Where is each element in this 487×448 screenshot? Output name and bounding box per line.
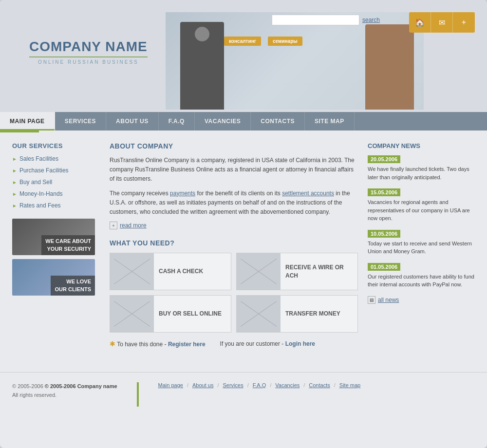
read-more-row: + read more xyxy=(110,222,358,229)
what-you-need-section: WHAT YOU NEED? CASH A CHECK RECEIVE A WI… xyxy=(110,239,358,348)
news-date-3: 01.05.2006 xyxy=(368,263,400,271)
read-more-icon: + xyxy=(110,222,117,229)
news-date-0: 20.05.2006 xyxy=(368,155,400,163)
search-input[interactable] xyxy=(272,15,359,25)
news-date-2: 10.05.2006 xyxy=(368,230,400,238)
nav-services[interactable]: SERVICES xyxy=(55,112,106,131)
footer-link-about[interactable]: About us xyxy=(192,382,213,388)
register-text: To have this done - xyxy=(117,341,166,348)
sidebar-link-money[interactable]: ► Money-In-Hands xyxy=(12,190,100,197)
service-grid: CASH A CHECK RECEIVE A WIRE OR ACH BUY O… xyxy=(110,253,358,333)
service-label-buysell: BUY OR SELL ONLINE xyxy=(159,310,231,318)
badge-consulting: консалтинг xyxy=(224,37,261,46)
about-para2: The company receives payments for the be… xyxy=(110,189,358,217)
plus-button[interactable]: + xyxy=(453,12,475,33)
settlement-link[interactable]: settlement accounts xyxy=(282,190,334,197)
payments-link[interactable]: payments xyxy=(170,190,195,197)
hero-figure-left xyxy=(180,22,224,110)
news-text-3: Our registered customers have ability to… xyxy=(368,273,475,289)
read-more-link[interactable]: read more xyxy=(120,222,147,229)
news-text-0: We have finally launched tickets. Two da… xyxy=(368,165,475,181)
service-thumb-cash xyxy=(110,253,154,290)
hero-figure-right xyxy=(365,24,414,110)
sidebar-link-sales[interactable]: ► Sales Facilities xyxy=(12,155,100,162)
sidebar-image-clients[interactable]: WE LOVE OUR CLIENTS xyxy=(12,259,95,296)
arrow-icon: ► xyxy=(12,180,17,185)
sidebar-link-purchase[interactable]: ► Purchase Facilities xyxy=(12,167,100,174)
register-row: ✱ To have this done - Register here If y… xyxy=(110,340,358,348)
header: COMPANY NAME ONLINE RUSSIAN BUSINESS кон… xyxy=(0,0,487,112)
news-item-2: 10.05.2006 Today we start to receive and… xyxy=(368,230,475,256)
image-overlay-security: WE CARE ABOUT YOUR SECURITY xyxy=(41,235,95,255)
footer-copyright: © 2005-2006 © 2005-2006 Company name xyxy=(12,382,117,391)
news-text-1: Vacancies for regional agents and repres… xyxy=(368,198,475,223)
hero-banner: консалтинг семинары xyxy=(166,12,424,110)
star-icon: ✱ xyxy=(110,340,115,348)
news-item-3: 01.05.2006 Our registered customers have… xyxy=(368,263,475,289)
news-item-1: 15.05.2006 Vacancies for regional agents… xyxy=(368,188,475,223)
nav-vacancies[interactable]: VACANCIES xyxy=(195,112,251,131)
footer-link-contacts[interactable]: Contacts xyxy=(309,382,330,388)
logo-title: COMPANY NAME xyxy=(29,39,148,57)
search-bar: search xyxy=(272,15,380,25)
search-label[interactable]: search xyxy=(362,17,380,23)
service-label-transfer: TRANSFER MONEY xyxy=(285,310,357,318)
arrow-icon: ► xyxy=(12,156,17,162)
news-date-1: 15.05.2006 xyxy=(368,188,400,196)
all-news-row: ▤ all news xyxy=(368,296,475,304)
service-card-buysell[interactable]: BUY OR SELL ONLINE xyxy=(110,295,231,333)
what-you-need-title: WHAT YOU NEED? xyxy=(110,239,358,247)
all-news-link[interactable]: all news xyxy=(378,297,399,303)
sidebar-title: OUR SERVICES xyxy=(12,142,100,149)
footer-nav: Main page / About us / Services / F.A.Q … xyxy=(158,382,361,388)
footer-rights: All rights reserved. xyxy=(12,391,117,400)
news-text-2: Today we start to receive and send Weste… xyxy=(368,240,475,256)
login-right: If you are our customer - Login here xyxy=(220,340,315,347)
footer-divider xyxy=(137,382,139,407)
sidebar: OUR SERVICES ► Sales Facilities ► Purcha… xyxy=(12,142,100,348)
service-card-cash[interactable]: CASH A CHECK xyxy=(110,253,231,290)
arrow-icon: ► xyxy=(12,168,17,173)
customer-text: If you are our customer - xyxy=(220,340,284,347)
nav-contacts[interactable]: CONTACTS xyxy=(251,112,305,131)
home-button[interactable]: 🏠 xyxy=(409,12,431,33)
footer-link-faq[interactable]: F.A.Q xyxy=(253,382,266,388)
image-overlay-clients: WE LOVE OUR CLIENTS xyxy=(51,276,95,296)
about-para1: RusTransline Online Company is a company… xyxy=(110,156,358,184)
news-item-0: 20.05.2006 We have finally launched tick… xyxy=(368,155,475,181)
sidebar-link-rates[interactable]: ► Rates and Fees xyxy=(12,202,100,209)
icon-buttons: 🏠 ✉ + xyxy=(409,12,475,33)
register-link[interactable]: Register here xyxy=(168,341,206,348)
sidebar-image-security[interactable]: WE CARE ABOUT YOUR SECURITY xyxy=(12,219,95,255)
footer-copy: © 2005-2006 © 2005-2006 Company name All… xyxy=(12,382,117,399)
logo-area: COMPANY NAME ONLINE RUSSIAN BUSINESS xyxy=(29,39,148,65)
nav-sitemap[interactable]: SITE MAP xyxy=(305,112,355,131)
footer-link-sitemap[interactable]: Site map xyxy=(339,382,360,388)
footer: © 2005-2006 © 2005-2006 Company name All… xyxy=(0,372,487,416)
news-title: COMPANY NEWS xyxy=(368,142,475,149)
sidebar-link-buysell[interactable]: ► Buy and Sell xyxy=(12,179,100,186)
service-card-transfer[interactable]: TRANSFER MONEY xyxy=(236,295,358,333)
logo-subtitle: ONLINE RUSSIAN BUSINESS xyxy=(29,59,148,65)
footer-link-main[interactable]: Main page xyxy=(158,382,183,388)
login-link[interactable]: Login here xyxy=(285,340,315,347)
service-label-cash: CASH A CHECK xyxy=(159,267,231,276)
footer-link-vacancies[interactable]: Vacancies xyxy=(275,382,300,388)
service-thumb-wire xyxy=(237,253,281,290)
register-left: ✱ To have this done - Register here xyxy=(110,340,206,348)
footer-link-services[interactable]: Services xyxy=(223,382,243,388)
mail-button[interactable]: ✉ xyxy=(431,12,453,33)
nav-faq[interactable]: F.A.Q xyxy=(159,112,195,131)
nav-main-page[interactable]: MAIN PAGE xyxy=(0,112,55,131)
sidebar-images: WE CARE ABOUT YOUR SECURITY WE LOVE OUR … xyxy=(12,219,100,296)
about-title: ABOUT COMPANY xyxy=(110,142,358,150)
service-card-wire[interactable]: RECEIVE A WIRE OR ACH xyxy=(236,253,358,290)
service-label-wire: RECEIVE A WIRE OR ACH xyxy=(285,263,357,280)
service-thumb-buysell xyxy=(110,296,154,332)
all-news-icon: ▤ xyxy=(368,296,375,304)
right-sidebar: COMPANY NEWS 20.05.2006 We have finally … xyxy=(368,142,475,348)
arrow-icon: ► xyxy=(12,203,17,208)
service-thumb-transfer xyxy=(237,296,281,332)
nav-about[interactable]: ABOUT US xyxy=(106,112,159,131)
badge-seminars: семинары xyxy=(268,37,302,46)
